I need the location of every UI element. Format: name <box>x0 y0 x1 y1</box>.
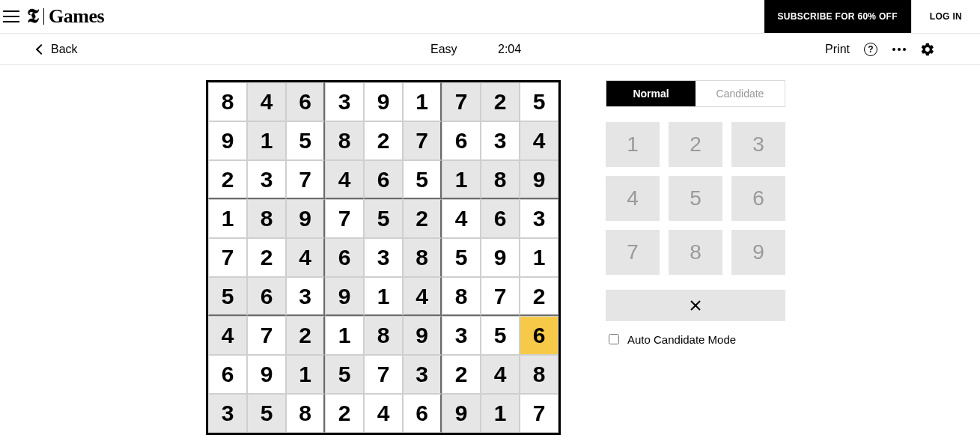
cell-r2-c7[interactable]: 6 <box>442 121 481 160</box>
cell-r4-c8[interactable]: 6 <box>481 199 520 238</box>
cell-r8-c3[interactable]: 1 <box>286 355 325 394</box>
auto-candidate-row[interactable]: Auto Candidate Mode <box>606 332 785 347</box>
cell-r8-c6[interactable]: 3 <box>403 355 442 394</box>
cell-r7-c4[interactable]: 1 <box>325 316 364 355</box>
cell-r5-c4[interactable]: 6 <box>325 238 364 277</box>
cell-r8-c9[interactable]: 8 <box>520 355 559 394</box>
cell-r3-c7[interactable]: 1 <box>442 160 481 199</box>
cell-r7-c1[interactable]: 4 <box>208 316 247 355</box>
cell-r6-c1[interactable]: 5 <box>208 277 247 316</box>
cell-r5-c7[interactable]: 5 <box>442 238 481 277</box>
cell-r7-c8[interactable]: 5 <box>481 316 520 355</box>
tab-candidate[interactable]: Candidate <box>696 81 785 106</box>
cell-r6-c4[interactable]: 9 <box>325 277 364 316</box>
cell-r3-c2[interactable]: 3 <box>247 160 286 199</box>
cell-r9-c7[interactable]: 9 <box>442 394 481 433</box>
key-8[interactable]: 8 <box>669 230 722 275</box>
cell-r2-c6[interactable]: 7 <box>403 121 442 160</box>
cell-r9-c3[interactable]: 8 <box>286 394 325 433</box>
cell-r9-c5[interactable]: 4 <box>364 394 403 433</box>
cell-r6-c8[interactable]: 7 <box>481 277 520 316</box>
cell-r1-c4[interactable]: 3 <box>325 82 364 121</box>
cell-r2-c4[interactable]: 8 <box>325 121 364 160</box>
cell-r1-c8[interactable]: 2 <box>481 82 520 121</box>
auto-candidate-checkbox[interactable] <box>609 334 619 344</box>
key-3[interactable]: 3 <box>731 122 785 167</box>
cell-r4-c9[interactable]: 3 <box>520 199 559 238</box>
subscribe-button[interactable]: SUBSCRIBE FOR 60% OFF <box>764 0 911 33</box>
cell-r1-c7[interactable]: 7 <box>442 82 481 121</box>
cell-r4-c1[interactable]: 1 <box>208 199 247 238</box>
cell-r7-c6[interactable]: 9 <box>403 316 442 355</box>
cell-r2-c3[interactable]: 5 <box>286 121 325 160</box>
cell-r5-c3[interactable]: 4 <box>286 238 325 277</box>
print-button[interactable]: Print <box>825 43 850 56</box>
cell-r8-c5[interactable]: 7 <box>364 355 403 394</box>
cell-r2-c1[interactable]: 9 <box>208 121 247 160</box>
cell-r8-c7[interactable]: 2 <box>442 355 481 394</box>
back-button[interactable]: Back <box>37 43 78 56</box>
cell-r3-c3[interactable]: 7 <box>286 160 325 199</box>
cell-r6-c6[interactable]: 4 <box>403 277 442 316</box>
settings-button[interactable] <box>920 42 935 57</box>
cell-r2-c8[interactable]: 3 <box>481 121 520 160</box>
cell-r3-c4[interactable]: 4 <box>325 160 364 199</box>
cell-r9-c2[interactable]: 5 <box>247 394 286 433</box>
cell-r9-c8[interactable]: 1 <box>481 394 520 433</box>
cell-r4-c5[interactable]: 5 <box>364 199 403 238</box>
cell-r4-c2[interactable]: 8 <box>247 199 286 238</box>
key-9[interactable]: 9 <box>731 230 785 275</box>
cell-r7-c3[interactable]: 2 <box>286 316 325 355</box>
cell-r8-c1[interactable]: 6 <box>208 355 247 394</box>
cell-r1-c2[interactable]: 4 <box>247 82 286 121</box>
cell-r1-c9[interactable]: 5 <box>520 82 559 121</box>
key-7[interactable]: 7 <box>606 230 660 275</box>
cell-r4-c7[interactable]: 4 <box>442 199 481 238</box>
cell-r9-c1[interactable]: 3 <box>208 394 247 433</box>
cell-r8-c4[interactable]: 5 <box>325 355 364 394</box>
cell-r2-c9[interactable]: 4 <box>520 121 559 160</box>
more-button[interactable] <box>892 42 907 57</box>
cell-r5-c9[interactable]: 1 <box>520 238 559 277</box>
cell-r5-c8[interactable]: 9 <box>481 238 520 277</box>
cell-r3-c6[interactable]: 5 <box>403 160 442 199</box>
cell-r8-c2[interactable]: 9 <box>247 355 286 394</box>
hamburger-icon[interactable] <box>3 10 19 22</box>
cell-r6-c3[interactable]: 3 <box>286 277 325 316</box>
cell-r7-c7[interactable]: 3 <box>442 316 481 355</box>
cell-r6-c7[interactable]: 8 <box>442 277 481 316</box>
tab-normal[interactable]: Normal <box>606 81 696 106</box>
help-button[interactable]: ? <box>863 42 878 57</box>
key-4[interactable]: 4 <box>606 176 660 221</box>
key-1[interactable]: 1 <box>606 122 660 167</box>
brand-logo[interactable]: 𝕿 Games <box>27 5 104 28</box>
cell-r4-c6[interactable]: 2 <box>403 199 442 238</box>
cell-r4-c3[interactable]: 9 <box>286 199 325 238</box>
cell-r4-c4[interactable]: 7 <box>325 199 364 238</box>
cell-r9-c4[interactable]: 2 <box>325 394 364 433</box>
cell-r5-c2[interactable]: 2 <box>247 238 286 277</box>
cell-r3-c8[interactable]: 8 <box>481 160 520 199</box>
erase-button[interactable] <box>606 290 785 321</box>
cell-r7-c2[interactable]: 7 <box>247 316 286 355</box>
cell-r7-c9[interactable]: 6 <box>520 316 559 355</box>
cell-r5-c6[interactable]: 8 <box>403 238 442 277</box>
cell-r5-c5[interactable]: 3 <box>364 238 403 277</box>
key-5[interactable]: 5 <box>669 176 722 221</box>
cell-r8-c8[interactable]: 4 <box>481 355 520 394</box>
key-2[interactable]: 2 <box>669 122 722 167</box>
cell-r1-c1[interactable]: 8 <box>208 82 247 121</box>
cell-r1-c6[interactable]: 1 <box>403 82 442 121</box>
cell-r6-c2[interactable]: 6 <box>247 277 286 316</box>
key-6[interactable]: 6 <box>731 176 785 221</box>
cell-r6-c5[interactable]: 1 <box>364 277 403 316</box>
login-button[interactable]: LOG IN <box>911 0 980 33</box>
cell-r1-c3[interactable]: 6 <box>286 82 325 121</box>
cell-r7-c5[interactable]: 8 <box>364 316 403 355</box>
cell-r2-c2[interactable]: 1 <box>247 121 286 160</box>
cell-r2-c5[interactable]: 2 <box>364 121 403 160</box>
cell-r3-c9[interactable]: 9 <box>520 160 559 199</box>
cell-r9-c6[interactable]: 6 <box>403 394 442 433</box>
cell-r6-c9[interactable]: 2 <box>520 277 559 316</box>
cell-r3-c5[interactable]: 6 <box>364 160 403 199</box>
